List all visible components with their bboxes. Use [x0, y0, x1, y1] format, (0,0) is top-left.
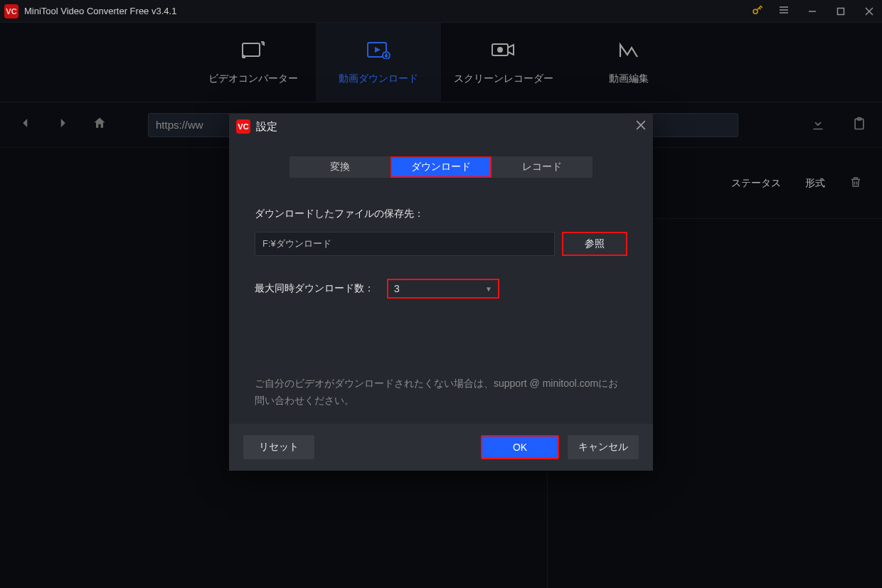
chevron-down-icon: ▼ [485, 285, 492, 293]
max-downloads-label: 最大同時ダウンロード数： [255, 282, 374, 295]
save-location-value: F:¥ダウンロード [262, 237, 331, 250]
max-downloads-select[interactable]: 3 ▼ [387, 279, 499, 299]
support-note: ご自分のビデオがダウンロードされたくない場合は、support @ minito… [255, 375, 627, 410]
cancel-button[interactable]: キャンセル [568, 435, 639, 459]
save-location-input[interactable]: F:¥ダウンロード [255, 232, 555, 256]
settings-tab-record[interactable]: レコード [492, 156, 593, 178]
max-downloads-value: 3 [394, 283, 400, 294]
settings-dialog: VC 設定 変換 ダウンロード レコード ダウンロードしたファイルの保存先： F… [229, 114, 653, 471]
ok-button[interactable]: OK [481, 435, 559, 459]
browse-button[interactable]: 参照 [562, 232, 627, 256]
dialog-titlebar: VC 設定 [229, 114, 653, 139]
dialog-title: 設定 [256, 120, 277, 134]
reset-button[interactable]: リセット [243, 435, 314, 459]
dialog-close-button[interactable] [636, 120, 646, 133]
settings-tabs: 変換 ダウンロード レコード [255, 156, 627, 178]
dialog-body: 変換 ダウンロード レコード ダウンロードしたファイルの保存先： F:¥ダウンロ… [229, 139, 653, 424]
save-location-label: ダウンロードしたファイルの保存先： [255, 208, 627, 220]
dialog-logo-icon: VC [236, 119, 250, 134]
dialog-footer: リセット OK キャンセル [229, 424, 653, 471]
settings-tab-download[interactable]: ダウンロード [390, 156, 492, 178]
settings-tab-convert[interactable]: 変換 [289, 156, 390, 178]
